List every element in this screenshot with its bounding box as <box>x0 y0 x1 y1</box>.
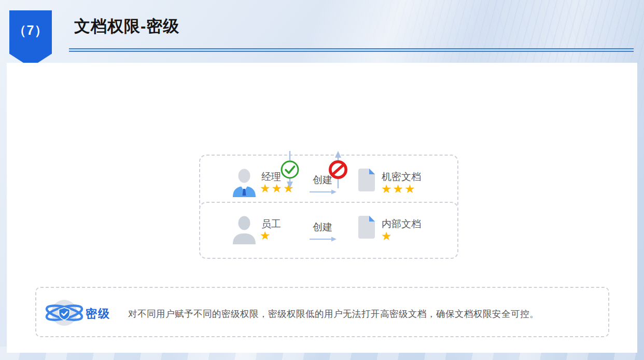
slide-number-badge: （7） <box>9 10 52 67</box>
globe-shield-icon <box>45 297 84 330</box>
create-arrow-icon <box>309 236 337 242</box>
page-title: 文档权限-密级 <box>74 16 179 37</box>
slide: （7） 文档权限-密级 经理 ★★★ 创建 <box>0 0 644 360</box>
document-security-stars: ★★★ <box>381 182 416 196</box>
definition-box: 密级 对不同用户赋予不同的密级权限，密级权限低的用户无法打开高密级文档，确保文档… <box>35 287 609 337</box>
document-icon <box>357 168 376 192</box>
definition-term: 密级 <box>86 306 110 322</box>
employee-flow-box: 员工 ★ 创建 内部文档 ★ <box>199 202 458 259</box>
create-arrow-icon <box>309 189 337 195</box>
manager-avatar-icon <box>231 168 257 197</box>
slide-number: （7） <box>13 22 48 39</box>
action-label: 创建 <box>313 221 332 232</box>
employee-avatar-icon <box>231 215 257 244</box>
document-icon <box>357 215 376 240</box>
actor-security-stars: ★ <box>260 229 272 243</box>
definition-description: 对不同用户赋予不同的密级权限，密级权限低的用户无法打开高密级文档，确保文档权限安… <box>128 308 539 320</box>
title-underline <box>69 48 634 52</box>
check-circle-icon <box>280 160 300 179</box>
document-security-stars: ★ <box>381 229 393 243</box>
prohibition-icon <box>328 160 348 179</box>
content-panel: 经理 ★★★ 创建 机密文档 ★★★ <box>7 63 637 353</box>
